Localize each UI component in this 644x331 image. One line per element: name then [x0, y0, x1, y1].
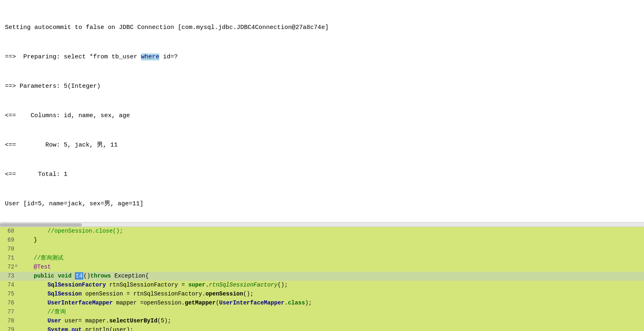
horizontal-scrollbar[interactable]	[0, 222, 644, 227]
code-line-70: 70	[0, 245, 644, 254]
code-line-77: 77 //查询	[0, 308, 644, 317]
console-line-5: <== Row: 5, jack, 男, 11	[5, 140, 639, 150]
scrollbar-thumb[interactable]	[0, 223, 82, 227]
code-line-78: 78 User user= mapper.selectUserById(5);	[0, 317, 644, 326]
console-line-2: ==> Preparing: select *from tb_user wher…	[5, 52, 639, 62]
line-number-72: 72	[0, 263, 18, 272]
console-line-4: <== Columns: id, name, sex, age	[5, 111, 639, 121]
line-number-69: 69	[0, 236, 18, 245]
code-line-74: 74 SqlSessionFactory rtnSqlSessionFactor…	[0, 281, 644, 290]
line-content-75: SqlSession openSession = rtnSqlSessionFa…	[18, 290, 644, 299]
line-content-68: //openSession.close();	[18, 227, 644, 236]
line-content-79: System.out.println(user);	[18, 326, 644, 331]
code-line-76: 76 UserInterfaceMapper mapper =openSessi…	[0, 299, 644, 308]
console-line-3: ==> Parameters: 5(Integer)	[5, 82, 639, 91]
console-line-6: <== Total: 1	[5, 170, 639, 180]
code-line-71: 71 //查询测试	[0, 254, 644, 263]
line-content-77: //查询	[18, 308, 644, 317]
line-content-69: }	[18, 236, 644, 245]
line-content-78: User user= mapper.selectUserById(5);	[18, 317, 644, 326]
code-line-69: 69 }	[0, 236, 644, 245]
code-editor: 68 //openSession.close(); 69 } 70 71 //查…	[0, 227, 644, 331]
line-number-77: 77	[0, 308, 18, 317]
code-line-68: 68 //openSession.close();	[0, 227, 644, 236]
line-content-73: public void t4()throws Exception{	[18, 272, 644, 281]
line-number-78: 78	[0, 317, 18, 326]
line-number-68: 68	[0, 227, 18, 236]
line-number-75: 75	[0, 290, 18, 299]
console-output: Setting autocommit to false on JDBC Conn…	[0, 0, 644, 222]
line-number-70: 70	[0, 245, 18, 254]
line-content-72: @Test	[18, 263, 644, 272]
line-number-73: 73	[0, 272, 18, 281]
console-line-1: Setting autocommit to false on JDBC Conn…	[5, 23, 639, 33]
code-line-79: 79 System.out.println(user);	[0, 326, 644, 331]
line-content-71: //查询测试	[18, 254, 644, 263]
line-content-76: UserInterfaceMapper mapper =openSession.…	[18, 299, 644, 308]
line-number-71: 71	[0, 254, 18, 263]
line-content-70	[18, 245, 644, 254]
console-line-7: User [id=5, name=jack, sex=男, age=11]	[5, 199, 639, 209]
code-line-73: 73 public void t4()throws Exception{	[0, 272, 644, 281]
line-number-76: 76	[0, 299, 18, 308]
line-number-74: 74	[0, 281, 18, 290]
code-line-75: 75 SqlSession openSession = rtnSqlSessio…	[0, 290, 644, 299]
code-line-72: 72 @Test	[0, 263, 644, 272]
line-number-79: 79	[0, 326, 18, 331]
line-content-74: SqlSessionFactory rtnSqlSessionFactory =…	[18, 281, 644, 290]
